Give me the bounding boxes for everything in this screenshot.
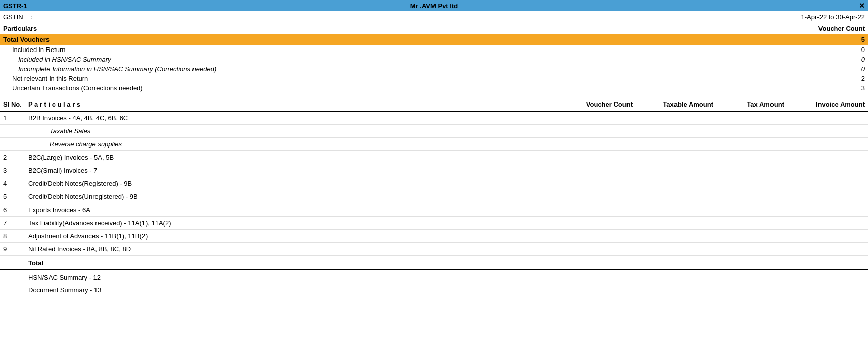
particulars-cell: Exports Invoices - 6A	[25, 204, 570, 215]
particulars-cell: B2C(Small) Invoices - 7	[25, 165, 570, 176]
taxable-amount-cell	[636, 113, 716, 123]
total-tax-amount	[716, 258, 787, 268]
tax-amount-cell	[716, 244, 787, 254]
taxable-amount-cell	[636, 218, 716, 228]
sl-cell	[0, 272, 25, 283]
gstin-label: GSTIN :	[3, 13, 32, 21]
voucher-count-cell	[570, 244, 636, 254]
particulars-cell: Credit/Debit Notes(Unregistered) - 9B	[25, 191, 570, 202]
tax-amount-cell	[716, 231, 787, 241]
total-voucher-count	[570, 258, 636, 268]
close-button[interactable]: ✕	[859, 2, 865, 10]
particulars-cell: Reverse charge supplies	[25, 139, 570, 149]
sl-cell: 9	[0, 244, 25, 254]
voucher-count-cell	[570, 139, 636, 149]
sub-section: HSN/SAC Summary - 12 Document Summary - …	[0, 271, 868, 296]
hsn-sac-summary-row: Included in HSN/SAC Summary 0	[0, 55, 868, 64]
voucher-count-cell	[570, 126, 636, 136]
particulars-header: Particulars Voucher Count	[0, 23, 868, 34]
col-sl-header: Sl No.	[0, 99, 25, 109]
voucher-count-cell	[570, 165, 636, 176]
invoice-amount-cell	[787, 113, 868, 123]
table-row[interactable]: 6 Exports Invoices - 6A	[0, 203, 868, 217]
table-row[interactable]: 8 Adjustment of Advances - 11B(1), 11B(2…	[0, 230, 868, 243]
sl-cell: 5	[0, 191, 25, 202]
invoice-amount-cell	[787, 218, 868, 228]
invoice-amount-cell	[787, 204, 868, 215]
invoice-amount-cell	[787, 244, 868, 254]
particulars-cell: Adjustment of Advances - 11B(1), 11B(2)	[25, 231, 570, 241]
sl-cell: 3	[0, 165, 25, 176]
table-body: 1 B2B Invoices - 4A, 4B, 4C, 6B, 6C Taxa…	[0, 112, 868, 270]
not-relevant-row: Not relevant in this Return 2	[0, 74, 868, 83]
sl-cell: 7	[0, 218, 25, 228]
col-particulars-header: P a r t i c u l a r s	[25, 99, 570, 109]
uncertain-transactions-row: Uncertain Transactions (Corrections need…	[0, 83, 868, 93]
table-row[interactable]: 9 Nil Rated Invoices - 8A, 8B, 8C, 8D	[0, 243, 868, 256]
document-summary-row[interactable]: Document Summary - 13	[0, 284, 868, 296]
sl-cell: 1	[0, 113, 25, 123]
total-vouchers-label: Total Vouchers	[3, 36, 50, 43]
total-invoice-amount	[787, 258, 868, 268]
particulars-cell: Tax Liability(Advances received) - 11A(1…	[25, 218, 570, 228]
tax-amount-cell	[716, 139, 787, 149]
title-bar: GSTR-1 Mr .AVM Pvt ltd ✕	[0, 0, 868, 11]
total-label: Total	[25, 258, 570, 268]
particulars-cell: B2B Invoices - 4A, 4B, 4C, 6B, 6C	[25, 113, 570, 123]
invoice-amount-cell	[787, 178, 868, 189]
table-row[interactable]: 7 Tax Liability(Advances received) - 11A…	[0, 217, 868, 230]
tax-amount-cell	[716, 191, 787, 202]
sl-cell	[0, 285, 25, 295]
taxable-amount-cell	[636, 231, 716, 241]
tax-amount-cell	[716, 126, 787, 136]
total-vouchers-count: 5	[861, 36, 865, 43]
sl-cell: 6	[0, 204, 25, 215]
tax-amount-cell	[716, 152, 787, 163]
col-invoice-amount-header: Invoice Amount	[787, 99, 868, 109]
table-row[interactable]: 5 Credit/Debit Notes(Unregistered) - 9B	[0, 190, 868, 203]
tax-amount-cell	[716, 165, 787, 176]
company-title: Mr .AVM Pvt ltd	[410, 2, 458, 10]
invoice-amount-cell	[787, 231, 868, 241]
col-taxable-amount-header: Taxable Amount	[636, 99, 716, 109]
sl-cell	[0, 258, 25, 268]
taxable-amount-cell	[636, 244, 716, 254]
total-taxable-amount	[636, 258, 716, 268]
tax-amount-cell	[716, 113, 787, 123]
col-tax-amount-header: Tax Amount	[716, 99, 787, 109]
table-row[interactable]: 2 B2C(Large) Invoices - 5A, 5B	[0, 151, 868, 164]
invoice-amount-cell	[787, 126, 868, 136]
gstin-row: GSTIN : 1-Apr-22 to 30-Apr-22	[0, 11, 868, 23]
table-row[interactable]: 3 B2C(Small) Invoices - 7	[0, 164, 868, 177]
date-range: 1-Apr-22 to 30-Apr-22	[801, 13, 865, 21]
voucher-count-cell	[570, 113, 636, 123]
included-in-return-row: Included in Return 0	[0, 45, 868, 55]
invoice-amount-cell	[787, 165, 868, 176]
table-row[interactable]: 4 Credit/Debit Notes(Registered) - 9B	[0, 177, 868, 190]
col-voucher-count-header: Voucher Count	[570, 99, 636, 109]
particulars-label: Particulars	[3, 25, 37, 32]
taxable-amount-cell	[636, 178, 716, 189]
table-row[interactable]: Taxable Sales	[0, 125, 868, 138]
invoice-amount-cell	[787, 191, 868, 202]
hsn-sac-label: HSN/SAC Summary - 12	[25, 272, 570, 283]
sl-cell	[0, 139, 25, 149]
taxable-amount-cell	[636, 126, 716, 136]
table-row[interactable]: Reverse charge supplies	[0, 138, 868, 151]
particulars-cell: B2C(Large) Invoices - 5A, 5B	[25, 152, 570, 163]
voucher-count-cell	[570, 178, 636, 189]
tax-amount-cell	[716, 218, 787, 228]
sl-cell: 8	[0, 231, 25, 241]
taxable-amount-cell	[636, 152, 716, 163]
tax-amount-cell	[716, 204, 787, 215]
hsn-sac-row[interactable]: HSN/SAC Summary - 12	[0, 271, 868, 284]
taxable-amount-cell	[636, 139, 716, 149]
voucher-count-cell	[570, 218, 636, 228]
sl-cell: 4	[0, 178, 25, 189]
voucher-count-label: Voucher Count	[818, 25, 865, 32]
invoice-amount-cell	[787, 139, 868, 149]
incomplete-info-row: Incomplete Information in HSN/SAC Summar…	[0, 64, 868, 74]
voucher-count-cell	[570, 152, 636, 163]
invoice-amount-cell	[787, 152, 868, 163]
table-row[interactable]: 1 B2B Invoices - 4A, 4B, 4C, 6B, 6C	[0, 112, 868, 125]
